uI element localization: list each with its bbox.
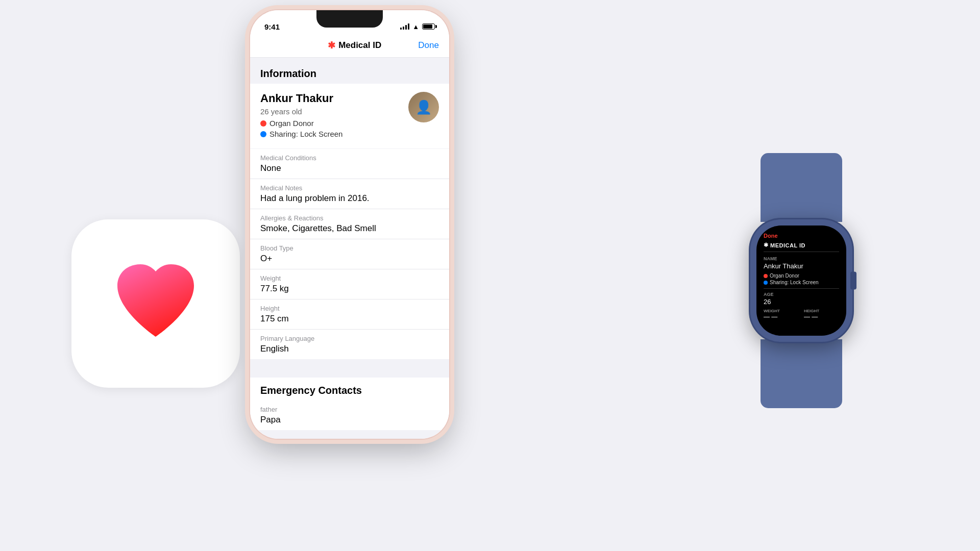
blood-type-field: Blood Type O+ (250, 239, 449, 269)
watch-age-label: AGE (764, 292, 839, 297)
allergies-value: Smoke, Cigarettes, Bad Smell (260, 223, 439, 234)
weight-label: Weight (260, 274, 439, 282)
heart-icon (107, 255, 204, 352)
watch-title-text: MEDICAL ID (770, 242, 805, 248)
nav-title: ✱ Medical ID (328, 40, 381, 51)
watch-weight-label: WEIGHT (764, 309, 799, 313)
blood-type-value: O+ (260, 254, 439, 264)
watch-height-stat: HEIGHT — — (804, 309, 839, 320)
watch-organ-donor-label: Organ Donor (770, 273, 799, 279)
watch-band-top (761, 153, 842, 222)
status-icons: ▲ (400, 23, 435, 31)
primary-language-field: Primary Language English (250, 330, 449, 359)
person-info-card: Ankur Thakur 26 years old Organ Donor Sh… (250, 84, 449, 148)
watch-divider (764, 288, 839, 289)
information-section-header: Information (250, 58, 449, 84)
watch-asterisk-icon: ✱ (764, 242, 768, 248)
medical-notes-label: Medical Notes (260, 184, 439, 192)
apple-watch-frame: Done ✱ MEDICAL ID NAME Ankur Thakur Orga… (740, 153, 863, 408)
watch-stats-row: WEIGHT — — HEIGHT — — (764, 309, 839, 320)
watch-name-label: NAME (764, 256, 839, 261)
nav-title-text: Medical ID (338, 40, 381, 51)
medical-fields-group: Medical Conditions None Medical Notes Ha… (250, 149, 449, 359)
iphone-frame: 9:41 ▲ ✱ Medical ID Done (250, 10, 449, 439)
watch-age-value: 26 (764, 298, 839, 306)
emergency-contacts-header: Emergency Contacts (250, 378, 449, 400)
watch-band-bottom (761, 339, 842, 408)
watch-title-row: ✱ MEDICAL ID (764, 242, 839, 252)
emergency-contact-label: father (260, 406, 439, 413)
organ-donor-label: Organ Donor (270, 119, 314, 128)
watch-screen: Done ✱ MEDICAL ID NAME Ankur Thakur Orga… (756, 226, 846, 336)
organ-donor-dot-icon (260, 120, 266, 127)
avatar: 👤 (408, 92, 439, 122)
blood-type-label: Blood Type (260, 244, 439, 252)
allergies-label: Allergies & Reactions (260, 214, 439, 222)
watch-weight-stat: WEIGHT — — (764, 309, 799, 320)
wifi-icon: ▲ (412, 23, 419, 31)
sharing-badge: Sharing: Lock Screen (260, 130, 342, 138)
watch-sharing-label: Sharing: Lock Screen (770, 280, 819, 285)
status-time: 9:41 (264, 22, 280, 31)
signal-bars-icon (400, 23, 409, 30)
organ-donor-badge: Organ Donor (260, 119, 342, 128)
height-label: Height (260, 305, 439, 312)
watch-sharing-badge: Sharing: Lock Screen (764, 280, 839, 285)
emergency-contact-field: father Papa (250, 400, 449, 430)
person-details: Ankur Thakur 26 years old Organ Donor Sh… (260, 92, 342, 140)
watch-done-button[interactable]: Done (764, 233, 839, 239)
person-age: 26 years old (260, 107, 342, 116)
person-name: Ankur Thakur (260, 92, 342, 105)
sharing-label: Sharing: Lock Screen (270, 130, 342, 138)
watch-sharing-dot-icon (764, 281, 768, 285)
watch-height-label: HEIGHT (804, 309, 839, 313)
watch-crown (850, 272, 856, 290)
emergency-contact-name: Papa (260, 415, 439, 425)
content-area[interactable]: Information Ankur Thakur 26 years old Or… (250, 58, 449, 430)
sharing-dot-icon (260, 131, 266, 137)
nav-bar: ✱ Medical ID Done (250, 36, 449, 58)
medical-conditions-label: Medical Conditions (260, 154, 439, 162)
watch-organ-donor-dot-icon (764, 274, 768, 278)
weight-field: Weight 77.5 kg (250, 269, 449, 299)
primary-language-label: Primary Language (260, 335, 439, 342)
iphone-notch (316, 10, 383, 28)
allergies-field: Allergies & Reactions Smoke, Cigarettes,… (250, 209, 449, 239)
medical-id-asterisk-icon: ✱ (328, 40, 335, 51)
height-value: 175 cm (260, 314, 439, 324)
health-app-icon (71, 219, 240, 388)
medical-notes-field: Medical Notes Had a lung problem in 2016… (250, 179, 449, 209)
emergency-contacts-group: Emergency Contacts father Papa (250, 378, 449, 430)
section-divider (250, 359, 449, 377)
nav-done-button[interactable]: Done (418, 40, 439, 51)
watch-case: Done ✱ MEDICAL ID NAME Ankur Thakur Orga… (750, 219, 852, 342)
medical-conditions-value: None (260, 163, 439, 173)
weight-value: 77.5 kg (260, 284, 439, 294)
medical-conditions-field: Medical Conditions None (250, 149, 449, 179)
height-field: Height 175 cm (250, 299, 449, 330)
battery-icon (422, 23, 435, 30)
watch-weight-value: — — (764, 313, 799, 320)
watch-organ-donor-badge: Organ Donor (764, 273, 839, 279)
watch-name-value: Ankur Thakur (764, 262, 839, 270)
watch-outer: Done ✱ MEDICAL ID NAME Ankur Thakur Orga… (750, 219, 852, 342)
iphone-screen: 9:41 ▲ ✱ Medical ID Done (250, 10, 449, 439)
medical-notes-value: Had a lung problem in 2016. (260, 193, 439, 204)
watch-height-value: — — (804, 313, 839, 320)
primary-language-value: English (260, 344, 439, 354)
